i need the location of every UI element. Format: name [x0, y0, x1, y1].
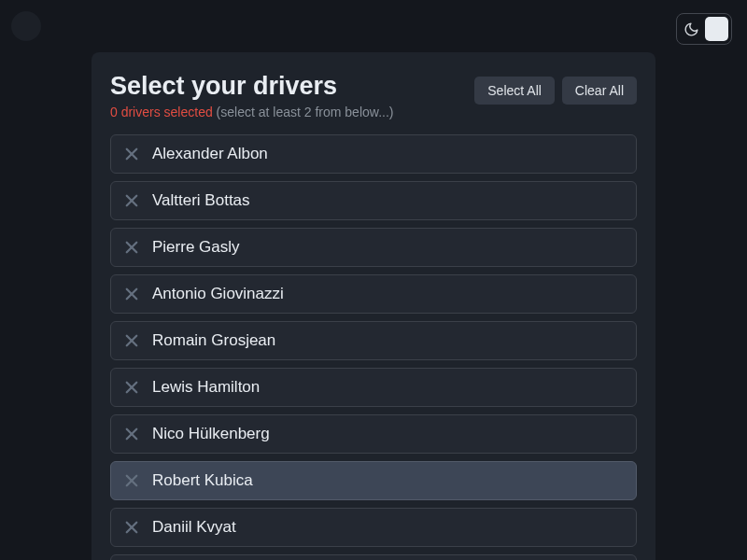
card-header: Select your drivers 0 drivers selected (…	[110, 71, 637, 119]
driver-list: Alexander AlbonValtteri BottasPierre Gas…	[110, 134, 637, 560]
close-icon	[122, 518, 141, 537]
selected-count: 0 drivers selected	[110, 105, 213, 119]
theme-toggle[interactable]	[676, 13, 732, 45]
selection-hint: (select at least 2 from below...)	[217, 105, 394, 119]
driver-item[interactable]: Daniil Kvyat	[110, 508, 637, 547]
driver-item[interactable]: Pierre Gasly	[110, 228, 637, 267]
page-title: Select your drivers	[110, 71, 393, 101]
driver-name: Alexander Albon	[152, 145, 268, 163]
driver-name: Robert Kubica	[152, 471, 253, 490]
driver-name: Lewis Hamilton	[152, 378, 260, 397]
close-icon	[122, 238, 141, 257]
close-icon	[122, 471, 141, 490]
driver-item[interactable]: Valtteri Bottas	[110, 181, 637, 220]
close-icon	[122, 191, 141, 210]
header-left: Select your drivers 0 drivers selected (…	[110, 71, 393, 119]
driver-name: Nico Hülkenberg	[152, 425, 270, 443]
driver-name: Valtteri Bottas	[152, 191, 250, 210]
close-icon	[122, 285, 141, 303]
driver-item[interactable]: Nico Hülkenberg	[110, 414, 637, 454]
driver-item[interactable]: Robert Kubica	[110, 461, 637, 500]
close-icon	[122, 425, 141, 443]
close-icon	[122, 331, 141, 350]
moon-icon	[680, 17, 703, 41]
driver-item[interactable]: Charles Leclerc	[110, 554, 637, 560]
driver-name: Daniil Kvyat	[152, 518, 236, 537]
light-mode-side	[705, 17, 728, 41]
driver-item[interactable]: Alexander Albon	[110, 134, 637, 174]
clear-all-button[interactable]: Clear All	[562, 77, 637, 105]
selection-subtext: 0 drivers selected (select at least 2 fr…	[110, 105, 393, 119]
header-actions: Select All Clear All	[474, 77, 637, 105]
close-icon	[122, 145, 141, 163]
driver-item[interactable]: Antonio Giovinazzi	[110, 274, 637, 314]
driver-name: Pierre Gasly	[152, 238, 240, 257]
close-icon	[122, 378, 141, 397]
driver-selector-card: Select your drivers 0 drivers selected (…	[92, 52, 655, 560]
driver-name: Antonio Giovinazzi	[152, 285, 284, 303]
driver-name: Romain Grosjean	[152, 331, 275, 350]
driver-item[interactable]: Romain Grosjean	[110, 321, 637, 360]
avatar-placeholder	[11, 11, 41, 41]
select-all-button[interactable]: Select All	[474, 77, 555, 105]
driver-item[interactable]: Lewis Hamilton	[110, 368, 637, 407]
